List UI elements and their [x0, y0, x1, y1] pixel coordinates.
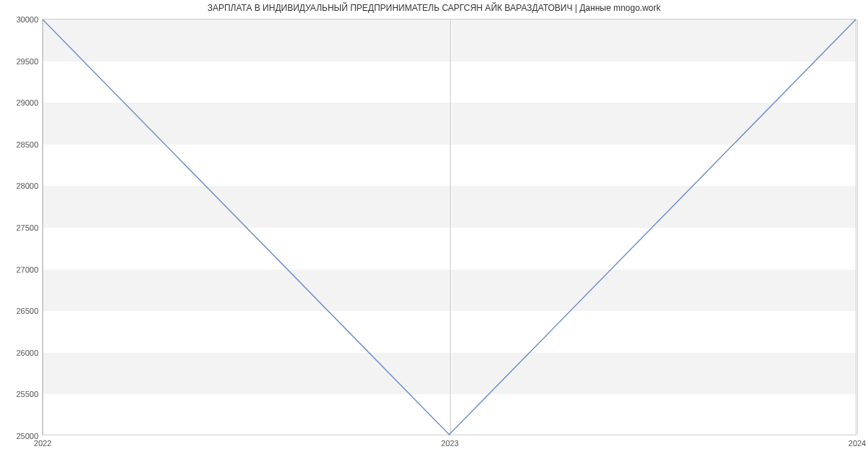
- salary-chart: ЗАРПЛАТА В ИНДИВИДУАЛЬНЫЙ ПРЕДПРИНИМАТЕЛ…: [0, 0, 868, 470]
- x-tick-label: 2022: [34, 439, 51, 448]
- x-tick-label: 2023: [441, 439, 459, 448]
- chart-title: ЗАРПЛАТА В ИНДИВИДУАЛЬНЫЙ ПРЕДПРИНИМАТЕЛ…: [0, 3, 868, 13]
- y-tick-label: 25500: [16, 390, 38, 398]
- y-tick-label: 27000: [16, 265, 38, 274]
- line-layer: [43, 20, 856, 435]
- y-tick-label: 28500: [16, 140, 38, 149]
- y-tick-label: 28000: [16, 181, 38, 190]
- y-tick-label: 29500: [16, 57, 38, 66]
- y-tick-label: 29000: [16, 98, 38, 107]
- y-tick-label: 27500: [16, 223, 38, 232]
- series-line: [43, 20, 856, 435]
- x-tick-label: 2024: [848, 439, 866, 448]
- y-tick-label: 30000: [16, 15, 38, 24]
- y-tick-label: 26000: [16, 349, 38, 357]
- x-gridline: [857, 20, 858, 435]
- plot-area: 2500025500260002650027000275002800028500…: [42, 19, 856, 435]
- y-tick-label: 26500: [16, 307, 38, 315]
